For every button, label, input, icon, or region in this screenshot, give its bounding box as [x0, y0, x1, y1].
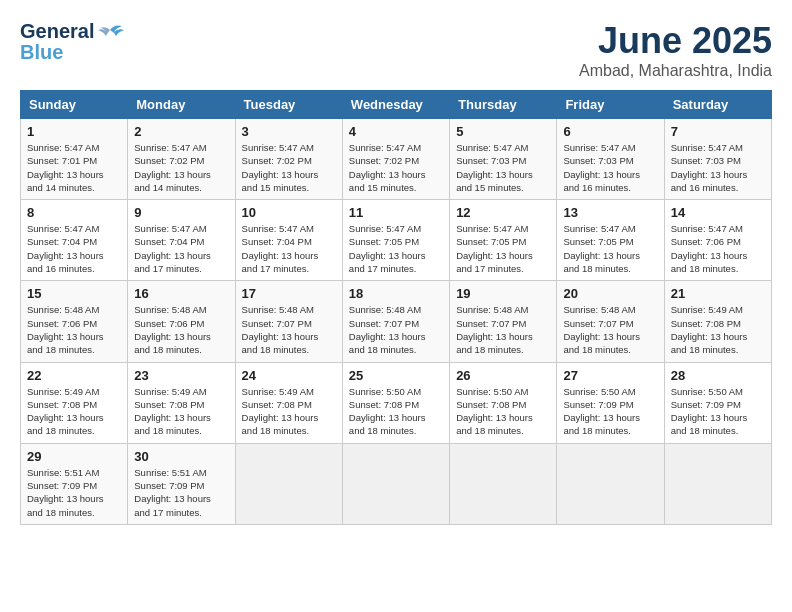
day-info: Sunrise: 5:47 AMSunset: 7:05 PMDaylight:… [456, 222, 550, 275]
calendar-cell: 20Sunrise: 5:48 AMSunset: 7:07 PMDayligh… [557, 281, 664, 362]
calendar-cell [450, 443, 557, 524]
calendar-cell: 5Sunrise: 5:47 AMSunset: 7:03 PMDaylight… [450, 119, 557, 200]
calendar-cell: 10Sunrise: 5:47 AMSunset: 7:04 PMDayligh… [235, 200, 342, 281]
weekday-header-wednesday: Wednesday [342, 91, 449, 119]
day-info: Sunrise: 5:47 AMSunset: 7:02 PMDaylight:… [349, 141, 443, 194]
day-info: Sunrise: 5:47 AMSunset: 7:03 PMDaylight:… [671, 141, 765, 194]
logo-bird-icon [96, 22, 124, 42]
day-number: 24 [242, 368, 336, 383]
day-number: 15 [27, 286, 121, 301]
calendar-cell: 23Sunrise: 5:49 AMSunset: 7:08 PMDayligh… [128, 362, 235, 443]
day-info: Sunrise: 5:49 AMSunset: 7:08 PMDaylight:… [27, 385, 121, 438]
day-number: 9 [134, 205, 228, 220]
calendar-cell: 12Sunrise: 5:47 AMSunset: 7:05 PMDayligh… [450, 200, 557, 281]
day-info: Sunrise: 5:50 AMSunset: 7:08 PMDaylight:… [456, 385, 550, 438]
weekday-header-thursday: Thursday [450, 91, 557, 119]
title-area: June 2025 Ambad, Maharashtra, India [579, 20, 772, 80]
day-number: 23 [134, 368, 228, 383]
calendar-cell: 6Sunrise: 5:47 AMSunset: 7:03 PMDaylight… [557, 119, 664, 200]
page-header: General Blue June 2025 Ambad, Maharashtr… [20, 20, 772, 80]
day-info: Sunrise: 5:47 AMSunset: 7:05 PMDaylight:… [563, 222, 657, 275]
day-info: Sunrise: 5:47 AMSunset: 7:04 PMDaylight:… [242, 222, 336, 275]
calendar-week-row: 1Sunrise: 5:47 AMSunset: 7:01 PMDaylight… [21, 119, 772, 200]
calendar-cell: 24Sunrise: 5:49 AMSunset: 7:08 PMDayligh… [235, 362, 342, 443]
calendar-cell: 2Sunrise: 5:47 AMSunset: 7:02 PMDaylight… [128, 119, 235, 200]
calendar-week-row: 22Sunrise: 5:49 AMSunset: 7:08 PMDayligh… [21, 362, 772, 443]
calendar-cell: 15Sunrise: 5:48 AMSunset: 7:06 PMDayligh… [21, 281, 128, 362]
day-number: 30 [134, 449, 228, 464]
day-info: Sunrise: 5:48 AMSunset: 7:06 PMDaylight:… [27, 303, 121, 356]
day-number: 14 [671, 205, 765, 220]
day-number: 4 [349, 124, 443, 139]
day-number: 25 [349, 368, 443, 383]
calendar-title: June 2025 [579, 20, 772, 62]
day-info: Sunrise: 5:50 AMSunset: 7:09 PMDaylight:… [671, 385, 765, 438]
calendar-cell: 3Sunrise: 5:47 AMSunset: 7:02 PMDaylight… [235, 119, 342, 200]
day-number: 3 [242, 124, 336, 139]
calendar-cell: 13Sunrise: 5:47 AMSunset: 7:05 PMDayligh… [557, 200, 664, 281]
day-number: 19 [456, 286, 550, 301]
calendar-week-row: 29Sunrise: 5:51 AMSunset: 7:09 PMDayligh… [21, 443, 772, 524]
day-number: 21 [671, 286, 765, 301]
day-info: Sunrise: 5:48 AMSunset: 7:07 PMDaylight:… [349, 303, 443, 356]
calendar-cell: 19Sunrise: 5:48 AMSunset: 7:07 PMDayligh… [450, 281, 557, 362]
day-info: Sunrise: 5:50 AMSunset: 7:09 PMDaylight:… [563, 385, 657, 438]
calendar-cell: 8Sunrise: 5:47 AMSunset: 7:04 PMDaylight… [21, 200, 128, 281]
day-info: Sunrise: 5:49 AMSunset: 7:08 PMDaylight:… [134, 385, 228, 438]
day-number: 11 [349, 205, 443, 220]
day-info: Sunrise: 5:48 AMSunset: 7:07 PMDaylight:… [563, 303, 657, 356]
logo: General Blue [20, 20, 124, 64]
day-info: Sunrise: 5:47 AMSunset: 7:06 PMDaylight:… [671, 222, 765, 275]
day-info: Sunrise: 5:47 AMSunset: 7:02 PMDaylight:… [242, 141, 336, 194]
calendar-week-row: 15Sunrise: 5:48 AMSunset: 7:06 PMDayligh… [21, 281, 772, 362]
calendar-cell: 28Sunrise: 5:50 AMSunset: 7:09 PMDayligh… [664, 362, 771, 443]
calendar-cell [664, 443, 771, 524]
day-info: Sunrise: 5:51 AMSunset: 7:09 PMDaylight:… [134, 466, 228, 519]
day-info: Sunrise: 5:47 AMSunset: 7:04 PMDaylight:… [134, 222, 228, 275]
calendar-cell: 11Sunrise: 5:47 AMSunset: 7:05 PMDayligh… [342, 200, 449, 281]
calendar-cell: 26Sunrise: 5:50 AMSunset: 7:08 PMDayligh… [450, 362, 557, 443]
logo-general: General [20, 20, 94, 43]
weekday-header-tuesday: Tuesday [235, 91, 342, 119]
day-info: Sunrise: 5:49 AMSunset: 7:08 PMDaylight:… [671, 303, 765, 356]
calendar-cell: 7Sunrise: 5:47 AMSunset: 7:03 PMDaylight… [664, 119, 771, 200]
calendar-cell: 25Sunrise: 5:50 AMSunset: 7:08 PMDayligh… [342, 362, 449, 443]
day-number: 28 [671, 368, 765, 383]
calendar-week-row: 8Sunrise: 5:47 AMSunset: 7:04 PMDaylight… [21, 200, 772, 281]
calendar-cell: 27Sunrise: 5:50 AMSunset: 7:09 PMDayligh… [557, 362, 664, 443]
day-info: Sunrise: 5:48 AMSunset: 7:06 PMDaylight:… [134, 303, 228, 356]
calendar-cell: 9Sunrise: 5:47 AMSunset: 7:04 PMDaylight… [128, 200, 235, 281]
day-number: 7 [671, 124, 765, 139]
day-number: 5 [456, 124, 550, 139]
weekday-header-monday: Monday [128, 91, 235, 119]
day-info: Sunrise: 5:47 AMSunset: 7:01 PMDaylight:… [27, 141, 121, 194]
day-number: 1 [27, 124, 121, 139]
calendar-cell: 22Sunrise: 5:49 AMSunset: 7:08 PMDayligh… [21, 362, 128, 443]
weekday-header-row: SundayMondayTuesdayWednesdayThursdayFrid… [21, 91, 772, 119]
day-number: 27 [563, 368, 657, 383]
calendar-cell: 30Sunrise: 5:51 AMSunset: 7:09 PMDayligh… [128, 443, 235, 524]
day-info: Sunrise: 5:48 AMSunset: 7:07 PMDaylight:… [456, 303, 550, 356]
day-number: 10 [242, 205, 336, 220]
day-info: Sunrise: 5:47 AMSunset: 7:02 PMDaylight:… [134, 141, 228, 194]
weekday-header-saturday: Saturday [664, 91, 771, 119]
day-info: Sunrise: 5:49 AMSunset: 7:08 PMDaylight:… [242, 385, 336, 438]
day-number: 2 [134, 124, 228, 139]
day-info: Sunrise: 5:47 AMSunset: 7:03 PMDaylight:… [456, 141, 550, 194]
day-info: Sunrise: 5:47 AMSunset: 7:05 PMDaylight:… [349, 222, 443, 275]
day-info: Sunrise: 5:47 AMSunset: 7:03 PMDaylight:… [563, 141, 657, 194]
day-number: 26 [456, 368, 550, 383]
day-number: 13 [563, 205, 657, 220]
calendar-cell [557, 443, 664, 524]
calendar-cell: 17Sunrise: 5:48 AMSunset: 7:07 PMDayligh… [235, 281, 342, 362]
day-number: 16 [134, 286, 228, 301]
calendar-cell: 18Sunrise: 5:48 AMSunset: 7:07 PMDayligh… [342, 281, 449, 362]
calendar-cell: 21Sunrise: 5:49 AMSunset: 7:08 PMDayligh… [664, 281, 771, 362]
calendar-table: SundayMondayTuesdayWednesdayThursdayFrid… [20, 90, 772, 525]
calendar-cell [235, 443, 342, 524]
day-info: Sunrise: 5:51 AMSunset: 7:09 PMDaylight:… [27, 466, 121, 519]
day-number: 20 [563, 286, 657, 301]
calendar-cell: 14Sunrise: 5:47 AMSunset: 7:06 PMDayligh… [664, 200, 771, 281]
day-number: 12 [456, 205, 550, 220]
calendar-cell: 1Sunrise: 5:47 AMSunset: 7:01 PMDaylight… [21, 119, 128, 200]
